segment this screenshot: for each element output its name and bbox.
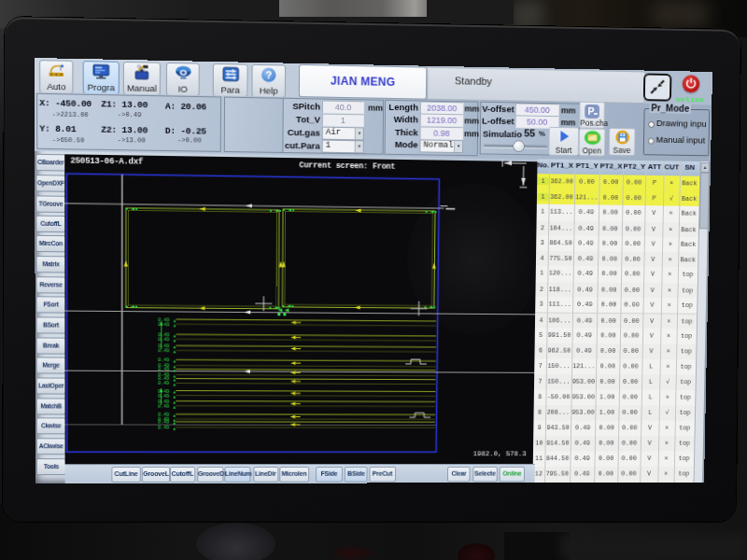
svg-text:0.49: 0.49 <box>158 404 169 410</box>
svg-text:0.49: 0.49 <box>158 426 169 431</box>
svg-text:0.49: 0.49 <box>158 348 169 354</box>
svg-text:0.49: 0.49 <box>158 394 169 399</box>
svg-text:0.49: 0.49 <box>158 368 169 373</box>
svg-text:0.49: 0.49 <box>158 357 169 363</box>
svg-text:0.49: 0.49 <box>158 420 169 426</box>
svg-text:0.49: 0.49 <box>158 337 169 343</box>
svg-text:0.49: 0.49 <box>158 382 169 387</box>
svg-text:0.49: 0.49 <box>158 322 169 328</box>
